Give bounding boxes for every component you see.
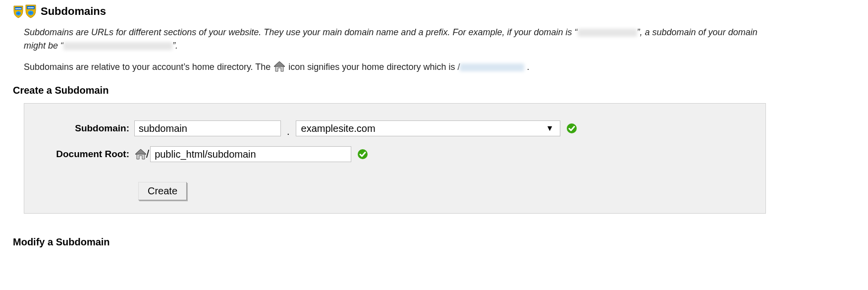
domain-selected-value: examplesite.com: [301, 123, 376, 134]
create-button[interactable]: Create: [138, 182, 187, 200]
intro-text: ”.: [172, 41, 178, 51]
redacted-path: xxxxxxxx: [460, 63, 524, 71]
intro-text: Subdomains are relative to your account’…: [24, 62, 273, 72]
modify-subdomain-heading: Modify a Subdomain: [13, 236, 855, 248]
page-header: www www Subdomains: [13, 4, 855, 19]
create-subdomain-panel: Subdomain: . examplesite.com ▼ Document …: [24, 103, 766, 214]
document-root-input[interactable]: [150, 146, 351, 162]
document-root-row: Document Root: /: [34, 146, 756, 162]
subdomain-input[interactable]: [134, 120, 281, 136]
intro-text: icon signifies your home directory which…: [288, 62, 460, 72]
intro-paragraph-1: Subdomains are URLs for different sectio…: [24, 26, 767, 53]
subdomains-icon: www www: [13, 4, 37, 19]
home-icon: [134, 148, 147, 160]
document-root-label: Document Root:: [34, 149, 134, 160]
intro-paragraph-2: Subdomains are relative to your account’…: [24, 60, 767, 74]
subdomain-row: Subdomain: . examplesite.com ▼: [34, 120, 756, 136]
redacted-domain: xxxxxxxxx: [578, 29, 637, 37]
redacted-subdomain: xxxxxxxxxxxxxxx: [63, 42, 172, 50]
chevron-down-icon: ▼: [546, 124, 554, 133]
intro-text: .: [524, 62, 529, 72]
svg-text:www: www: [27, 6, 34, 9]
dot-separator: .: [281, 126, 296, 137]
check-icon: [357, 149, 368, 160]
home-icon: [273, 60, 286, 72]
domain-select[interactable]: examplesite.com ▼: [296, 120, 560, 136]
page-title: Subdomains: [41, 5, 106, 18]
check-icon: [566, 123, 577, 134]
subdomain-label: Subdomain:: [34, 123, 134, 134]
button-row: Create: [138, 182, 756, 200]
intro-text: Subdomains are URLs for different sectio…: [24, 27, 578, 37]
create-subdomain-heading: Create a Subdomain: [13, 85, 855, 96]
svg-text:www: www: [15, 7, 21, 10]
home-prefix: /: [134, 148, 150, 161]
